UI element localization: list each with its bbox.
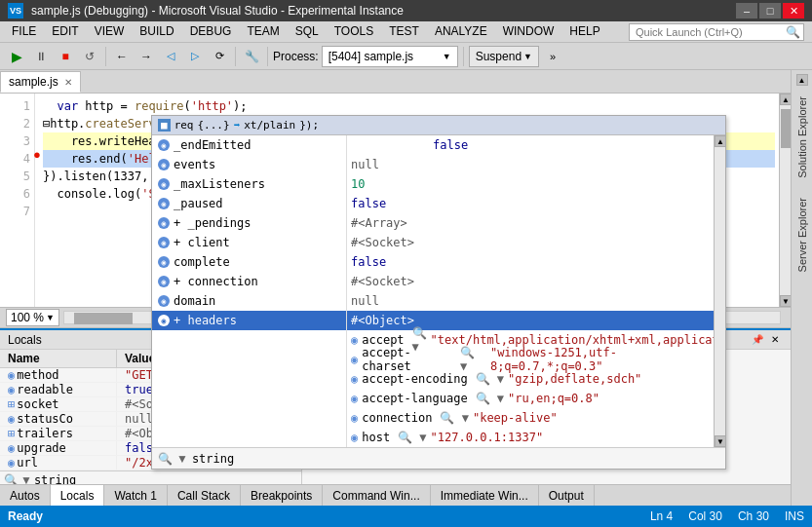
ac-subitem-accept-language: ◉ accept-language 🔍 ▼ "ru,en;q=0.8": [347, 389, 714, 408]
nav1-button[interactable]: ◁: [160, 46, 181, 67]
tools-button[interactable]: 🔧: [241, 46, 262, 67]
locals-search-row: 🔍 ▼ string: [0, 471, 301, 484]
scroll-thumb[interactable]: [781, 109, 791, 148]
back-button[interactable]: ←: [111, 46, 133, 67]
menu-sql[interactable]: SQL: [288, 22, 327, 40]
tab-watch1[interactable]: Watch 1: [104, 485, 168, 506]
menu-team[interactable]: TEAM: [239, 22, 287, 40]
tab-callstack[interactable]: Call Stack: [168, 485, 241, 506]
line-numbers: 1 2 3 4 5 6 7: [0, 94, 35, 307]
locals-close-button[interactable]: ✕: [767, 332, 783, 348]
ac-item-endEmitted[interactable]: ◉ _endEmitted: [152, 135, 346, 155]
pause-button[interactable]: ⏸: [30, 46, 52, 67]
ac-item-complete[interactable]: ◉ complete: [152, 252, 346, 272]
vs-icon: VS: [8, 3, 23, 19]
nav2-button[interactable]: ▷: [184, 46, 206, 67]
tab-close-icon[interactable]: ✕: [64, 77, 72, 88]
locals-search-icon: 🔍: [4, 473, 19, 484]
scroll-down-btn[interactable]: ▼: [780, 295, 791, 307]
menu-edit[interactable]: EDIT: [44, 22, 86, 40]
menu-build[interactable]: BUILD: [132, 22, 181, 40]
tab-breakpoints[interactable]: Breakpoints: [241, 485, 323, 506]
search-icon: 🔍: [786, 25, 800, 39]
scroll-up-btn[interactable]: ▲: [780, 94, 791, 105]
status-ins: INS: [785, 509, 804, 523]
ac-item-maxListeners[interactable]: ◉ _maxListeners: [152, 174, 346, 194]
ac-item-paused[interactable]: ◉ _paused: [152, 194, 346, 213]
ac-item-client[interactable]: ◉ + client: [152, 233, 346, 252]
ac-item-events[interactable]: ◉ events: [152, 155, 346, 174]
ac-val-paused: false: [347, 194, 714, 213]
process-dropdown[interactable]: [5404] sample.js ▼: [322, 46, 458, 67]
menu-analyze[interactable]: ANALYZE: [427, 22, 495, 40]
status-ch: Ch 30: [738, 509, 769, 523]
ac-val-endEmitted: false: [347, 135, 714, 155]
locals-search-value: string: [34, 473, 76, 484]
menu-help[interactable]: HELP: [561, 22, 607, 40]
process-label: Process:: [273, 50, 319, 63]
minimize-button[interactable]: –: [736, 3, 757, 19]
tab-bar: sample.js ✕: [0, 70, 791, 94]
sidebar-tab-server-explorer[interactable]: Server Explorer: [793, 189, 812, 281]
menu-tools[interactable]: TOOLS: [327, 22, 381, 40]
ac-context-header: ■ req {...} ➡ xt/plain });: [152, 116, 725, 135]
ac-search-icon: 🔍: [158, 452, 173, 466]
ac-val-connection: #<Socket>: [347, 272, 714, 291]
ac-search-value: string: [192, 452, 234, 466]
status-ln: Ln 4: [650, 509, 673, 523]
ac-val-maxListeners: 10: [347, 174, 714, 194]
ac-search-row: 🔍 ▼ string: [152, 447, 725, 469]
ac-item-list: ◉ _endEmitted ◉ events ◉ _maxListeners ◉…: [152, 135, 347, 447]
ac-scroll-up[interactable]: ▲: [715, 135, 726, 147]
ac-subitem-host: ◉ host 🔍 ▼ "127.0.0.1:1337": [347, 428, 714, 447]
close-button[interactable]: ✕: [783, 3, 804, 19]
ac-subitem-accept-charset: ◉ accept-charset 🔍 ▼ "windows-1251,utf-8…: [347, 350, 714, 369]
menu-window[interactable]: WINDOW: [495, 22, 562, 40]
ac-value-list: false null 10 false #<Array> #: [347, 135, 714, 447]
file-tab[interactable]: sample.js ✕: [0, 71, 81, 93]
suspend-button[interactable]: Suspend ▼: [469, 46, 539, 67]
menu-debug[interactable]: DEBUG: [182, 22, 240, 40]
ac-val-client: #<Socket>: [347, 233, 714, 252]
ac-val-events: null: [347, 155, 714, 174]
sidebar-up-btn[interactable]: ▲: [796, 74, 808, 86]
hscroll-thumb[interactable]: [74, 313, 133, 324]
menu-view[interactable]: VIEW: [87, 22, 133, 40]
ac-val-pendings: #<Array>: [347, 213, 714, 233]
run-button[interactable]: ▶: [6, 46, 27, 67]
ac-item-domain[interactable]: ◉ domain: [152, 291, 346, 311]
stop-button[interactable]: ■: [55, 46, 76, 67]
status-ready: Ready: [8, 509, 43, 523]
nav3-button[interactable]: ⟳: [209, 46, 230, 67]
locals-col-name: Name: [0, 350, 117, 367]
ac-item-pendings[interactable]: ◉ + _pendings: [152, 213, 346, 233]
ac-val-complete: false: [347, 252, 714, 272]
forward-button[interactable]: →: [135, 46, 157, 67]
tab-commandwin[interactable]: Command Win...: [323, 485, 430, 506]
status-col: Col 30: [688, 509, 722, 523]
restart-button[interactable]: ↺: [79, 46, 100, 67]
bottom-tab-bar: Autos Locals Watch 1 Call Stack Breakpoi…: [0, 484, 791, 506]
window-title: sample.js (Debugging) - Microsoft Visual…: [31, 4, 736, 18]
maximize-button[interactable]: □: [759, 3, 781, 19]
tab-locals[interactable]: Locals: [51, 485, 105, 506]
extra-button[interactable]: »: [542, 46, 563, 67]
tab-autos[interactable]: Autos: [0, 485, 51, 506]
right-sidebar: ▲ Solution Explorer Server Explorer: [791, 70, 812, 506]
ac-subitem-connection: ◉ connection 🔍 ▼ "keep-alive": [347, 408, 714, 428]
quick-launch-input[interactable]: [629, 23, 804, 41]
menu-test[interactable]: TEST: [381, 22, 427, 40]
menu-file[interactable]: FILE: [4, 22, 44, 40]
ac-val-domain: null: [347, 291, 714, 311]
ac-item-connection[interactable]: ◉ + connection: [152, 272, 346, 291]
tab-output[interactable]: Output: [539, 485, 595, 506]
sidebar-tab-solution-explorer[interactable]: Solution Explorer: [793, 88, 812, 187]
status-bar: Ready Ln 4 Col 30 Ch 30 INS: [0, 506, 812, 527]
ac-item-headers[interactable]: ◉ + headers: [152, 311, 346, 330]
zoom-dropdown[interactable]: 100 % ▼: [6, 309, 59, 326]
ac-scroll-down[interactable]: ▼: [715, 435, 726, 447]
ac-val-headers: #<Object>: [347, 311, 714, 330]
locals-pin-button[interactable]: 📌: [750, 332, 765, 348]
tab-immediatewin[interactable]: Immediate Win...: [431, 485, 539, 506]
code-line-1: var http = require('http');: [43, 97, 775, 115]
